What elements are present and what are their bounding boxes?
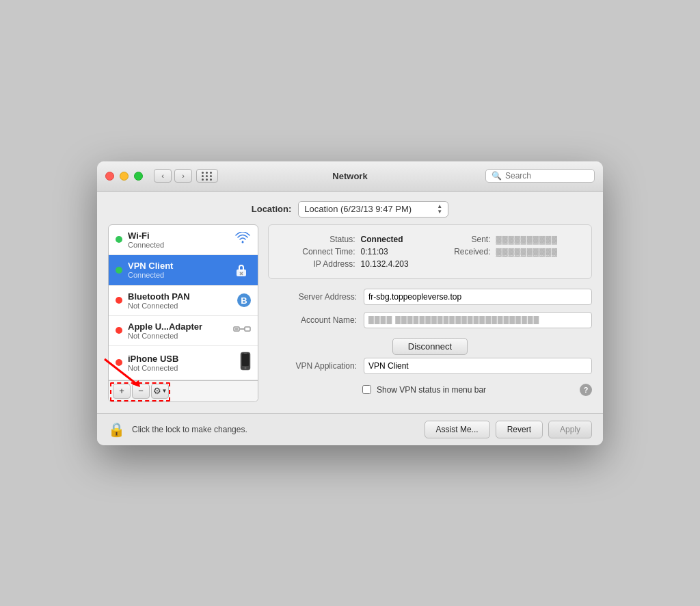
- location-dropdown[interactable]: Location (6/23/13 9:47 PM) ▲▼: [298, 201, 448, 218]
- sidebar: Wi-Fi Connected: [108, 224, 258, 402]
- svg-rect-6: [239, 328, 245, 330]
- bottom-buttons: Assist Me... Revert Apply: [425, 421, 592, 438]
- help-button[interactable]: ?: [580, 384, 592, 396]
- show-vpn-label: Show VPN status in menu bar: [377, 385, 486, 395]
- location-value: Location (6/23/13 9:47 PM): [304, 204, 412, 214]
- adapter-icon: [233, 322, 251, 339]
- net-name-adapter: Apple U...Adapter: [128, 321, 228, 332]
- lock-icon[interactable]: 🔒: [108, 421, 125, 438]
- close-button[interactable]: [105, 172, 114, 181]
- sent-label: Sent:: [434, 235, 491, 244]
- status-dot-wifi: [116, 236, 122, 243]
- status-section: Status: Connected Sent: ▓▓▓▓▓▓▓▓▓▓ Conne…: [268, 224, 592, 279]
- net-status-adapter: Not Connected: [128, 332, 228, 340]
- status-dot-bluetooth: [116, 297, 122, 304]
- gear-menu-button[interactable]: ⚙ ▼: [151, 384, 169, 399]
- received-value: ▓▓▓▓▓▓▓▓▓▓: [496, 248, 578, 256]
- status-dot-vpn: [116, 267, 122, 274]
- net-name-vpn: VPN Client: [128, 261, 226, 271]
- net-status-bluetooth: Not Connected: [128, 302, 232, 310]
- server-address-row: Server Address:: [268, 289, 592, 305]
- account-name-row: Account Name:: [268, 312, 592, 328]
- lock-text: Click the lock to make changes.: [132, 425, 418, 434]
- svg-rect-7: [245, 327, 250, 331]
- status-dot-iphone: [116, 359, 122, 366]
- checkbox-row: Show VPN status in menu bar ?: [268, 384, 592, 396]
- ip-address-value: 10.132.4.203: [361, 259, 429, 269]
- search-input[interactable]: [505, 171, 589, 181]
- connect-time-label: Connect Time:: [282, 247, 355, 256]
- titlebar: ‹ › Network 🔍: [97, 161, 603, 192]
- sidebar-toolbar: + − ⚙ ▼: [109, 380, 258, 401]
- wifi-icon: [234, 232, 251, 248]
- svg-rect-13: [244, 353, 247, 354]
- add-network-button[interactable]: +: [113, 384, 131, 399]
- remove-network-button[interactable]: −: [132, 384, 150, 399]
- bluetooth-icon: B: [237, 293, 251, 307]
- disconnect-row: Disconnect: [268, 338, 592, 355]
- iphone-icon: [240, 352, 251, 374]
- gear-arrow-icon: ▼: [162, 388, 167, 394]
- main-content: Wi-Fi Connected: [97, 224, 603, 413]
- vpn-application-row: VPN Application:: [268, 358, 592, 374]
- net-status-vpn: Connected: [128, 271, 226, 279]
- net-status-iphone: Not Connected: [128, 364, 234, 372]
- received-label: Received:: [434, 247, 491, 256]
- vpn-application-label: VPN Application:: [268, 361, 357, 371]
- svg-point-0: [242, 241, 244, 243]
- sent-value: ▓▓▓▓▓▓▓▓▓▓: [496, 235, 578, 243]
- grid-button[interactable]: [196, 169, 218, 183]
- gear-icon: ⚙: [153, 386, 161, 396]
- window-title: Network: [332, 171, 367, 181]
- disconnect-button[interactable]: Disconnect: [392, 338, 468, 355]
- svg-rect-11: [242, 354, 249, 366]
- status-label: Status:: [282, 235, 355, 244]
- net-name-wifi: Wi-Fi: [128, 230, 229, 241]
- net-name-bluetooth: Bluetooth PAN: [128, 291, 232, 302]
- svg-point-9: [237, 328, 239, 330]
- assist-me-button[interactable]: Assist Me...: [425, 421, 490, 438]
- minimize-button[interactable]: [120, 172, 129, 181]
- show-vpn-checkbox[interactable]: [362, 385, 371, 394]
- account-name-input[interactable]: [364, 312, 592, 328]
- revert-button[interactable]: Revert: [496, 421, 543, 438]
- sidebar-item-iphone[interactable]: iPhone USB Not Connected: [109, 346, 258, 380]
- network-list: Wi-Fi Connected: [109, 225, 258, 380]
- traffic-lights: [105, 172, 143, 181]
- sidebar-wrapper: Wi-Fi Connected: [108, 224, 258, 402]
- vpn-application-input[interactable]: [364, 358, 592, 374]
- server-address-input[interactable]: [364, 289, 592, 305]
- forward-button[interactable]: ›: [174, 169, 192, 183]
- svg-point-12: [245, 367, 247, 369]
- bottom-bar: 🔒 Click the lock to make changes. Assist…: [97, 413, 603, 445]
- maximize-button[interactable]: [134, 172, 143, 181]
- account-name-label: Account Name:: [268, 315, 357, 325]
- dropdown-arrows: ▲▼: [437, 204, 442, 215]
- sidebar-item-bluetooth[interactable]: Bluetooth PAN Not Connected B: [109, 286, 258, 316]
- sidebar-item-vpn[interactable]: VPN Client Connected: [109, 255, 258, 286]
- network-window: ‹ › Network 🔍 Location: Location (6/23/1…: [97, 161, 603, 445]
- search-icon: 🔍: [492, 171, 502, 181]
- form-section: Server Address: Account Name:: [268, 289, 592, 328]
- svg-rect-2: [239, 269, 244, 271]
- apply-button[interactable]: Apply: [548, 421, 592, 438]
- location-label: Location:: [252, 204, 292, 214]
- net-info-bluetooth: Bluetooth PAN Not Connected: [128, 291, 232, 310]
- net-info-vpn: VPN Client Connected: [128, 261, 226, 279]
- status-grid: Status: Connected Sent: ▓▓▓▓▓▓▓▓▓▓ Conne…: [282, 235, 578, 269]
- nav-buttons: ‹ ›: [154, 169, 192, 183]
- sidebar-item-wifi[interactable]: Wi-Fi Connected: [109, 225, 258, 255]
- net-info-adapter: Apple U...Adapter Not Connected: [128, 321, 228, 340]
- sidebar-item-adapter[interactable]: Apple U...Adapter Not Connected: [109, 316, 258, 346]
- net-info-wifi: Wi-Fi Connected: [128, 230, 229, 249]
- server-address-label: Server Address:: [268, 292, 357, 302]
- net-status-wifi: Connected: [128, 241, 229, 249]
- location-bar: Location: Location (6/23/13 9:47 PM) ▲▼: [97, 192, 603, 224]
- ip-address-label: IP Address:: [282, 259, 355, 269]
- net-name-iphone: iPhone USB: [128, 354, 234, 364]
- back-button[interactable]: ‹: [154, 169, 172, 183]
- vpn-app-section: VPN Application:: [268, 358, 592, 374]
- status-value: Connected: [361, 235, 429, 244]
- status-dot-adapter: [116, 327, 122, 334]
- search-box[interactable]: 🔍: [485, 169, 595, 183]
